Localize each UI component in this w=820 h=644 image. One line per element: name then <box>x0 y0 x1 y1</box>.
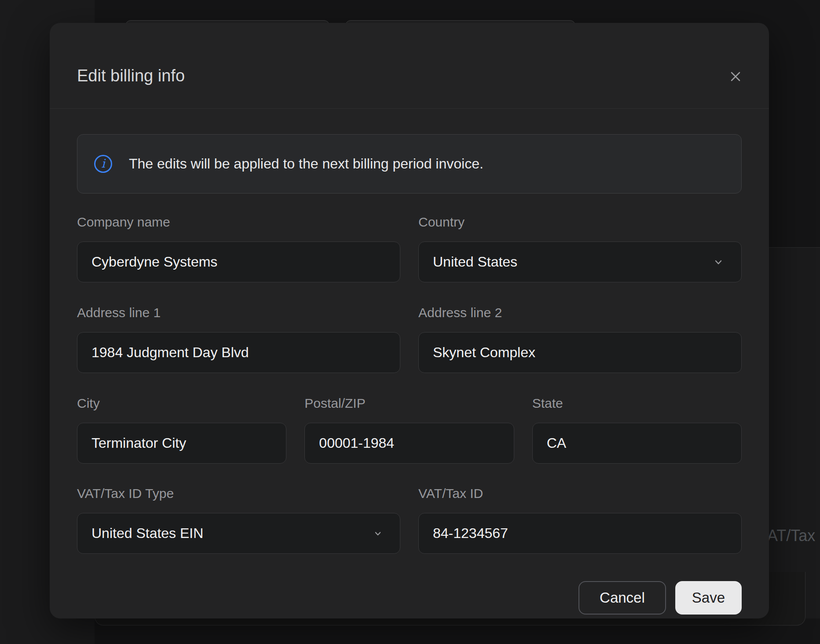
state-input[interactable] <box>532 423 742 464</box>
form-row-1: Company name Country United States <box>77 215 742 282</box>
info-banner-text: The edits will be applied to the next bi… <box>129 156 483 172</box>
chevron-down-icon <box>373 528 383 539</box>
modal-actions: Cancel Save <box>77 581 742 615</box>
field-company-name: Company name <box>77 215 400 282</box>
address-line-2-label: Address line 2 <box>418 305 742 320</box>
postal-zip-input[interactable] <box>304 423 514 464</box>
city-input[interactable] <box>77 423 286 464</box>
field-country: Country United States <box>418 215 742 282</box>
form-row-2: Address line 1 Address line 2 <box>77 305 742 373</box>
country-label: Country <box>418 215 742 230</box>
vat-tax-id-input[interactable] <box>418 513 742 554</box>
address-line-2-input[interactable] <box>418 332 742 373</box>
city-label: City <box>77 396 286 411</box>
field-vat-tax-id-type: VAT/Tax ID Type United States EIN <box>77 486 400 554</box>
field-vat-tax-id: VAT/Tax ID <box>418 486 742 554</box>
field-city: City <box>77 396 286 464</box>
cancel-button[interactable]: Cancel <box>578 581 666 615</box>
modal-title: Edit billing info <box>77 66 185 86</box>
vat-tax-id-type-label: VAT/Tax ID Type <box>77 486 400 501</box>
postal-zip-label: Postal/ZIP <box>304 396 514 411</box>
edit-billing-info-modal: Edit billing info i The edits will be ap… <box>50 23 769 618</box>
company-name-input[interactable] <box>77 242 400 282</box>
company-name-label: Company name <box>77 215 400 230</box>
country-select[interactable]: United States <box>418 242 742 282</box>
address-line-1-label: Address line 1 <box>77 305 400 320</box>
info-icon: i <box>94 155 112 173</box>
chevron-down-icon <box>712 256 725 268</box>
vat-tax-id-label: VAT/Tax ID <box>418 486 742 501</box>
vat-tax-id-type-select[interactable]: United States EIN <box>77 513 400 554</box>
field-state: State <box>532 396 742 464</box>
country-select-value: United States <box>433 254 712 270</box>
save-button[interactable]: Save <box>675 581 742 615</box>
close-button[interactable] <box>724 65 747 88</box>
background-partial-label: AT/Tax <box>767 526 815 545</box>
info-banner: i The edits will be applied to the next … <box>77 134 742 194</box>
modal-header: Edit billing info <box>50 23 769 109</box>
close-icon <box>728 69 743 84</box>
address-line-1-input[interactable] <box>77 332 400 373</box>
form-row-4: VAT/Tax ID Type United States EIN VAT/Ta… <box>77 486 742 554</box>
field-postal-zip: Postal/ZIP <box>304 396 514 464</box>
field-address-line-1: Address line 1 <box>77 305 400 373</box>
form-row-3: City Postal/ZIP State <box>77 396 742 464</box>
field-address-line-2: Address line 2 <box>418 305 742 373</box>
state-label: State <box>532 396 742 411</box>
modal-body: i The edits will be applied to the next … <box>50 109 769 615</box>
vat-tax-id-type-select-value: United States EIN <box>92 525 373 542</box>
